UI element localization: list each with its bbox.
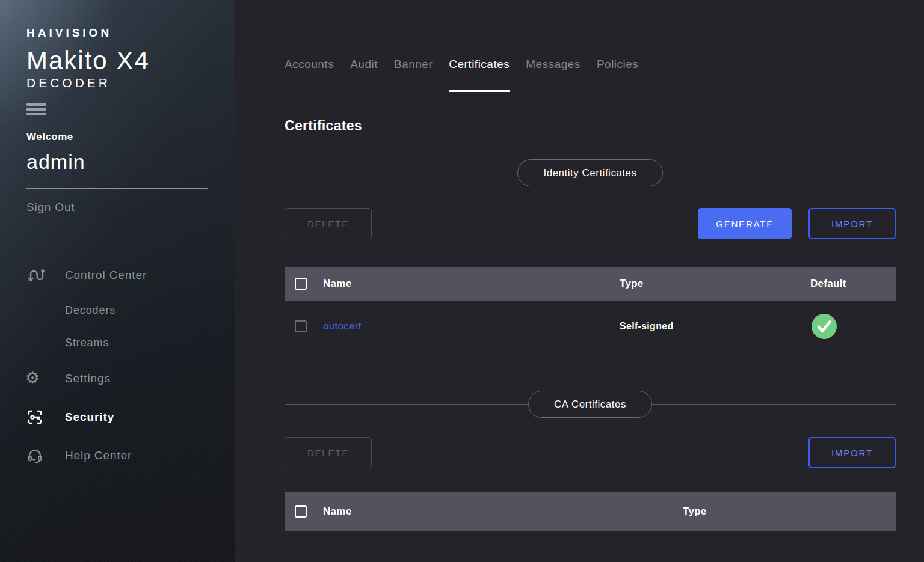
tab-certificates[interactable]: Certificates — [449, 58, 510, 92]
username: admin — [26, 150, 208, 174]
column-header-name: Name — [323, 278, 620, 290]
sidebar-item-settings[interactable]: ⚙ Settings — [26, 359, 208, 398]
table-row: autocert Self-signed — [285, 301, 896, 352]
sidebar-nav: Control Center Decoders Streams ⚙ Settin… — [26, 256, 208, 475]
sidebar-item-label: Control Center — [65, 269, 147, 282]
divider-line — [285, 173, 517, 173]
sidebar-item-security[interactable]: Security — [26, 398, 208, 436]
sidebar-item-label: Decoders — [65, 304, 116, 317]
tab-banner[interactable]: Banner — [394, 58, 433, 92]
divider-line — [285, 404, 528, 405]
delete-button[interactable]: DELETE — [285, 208, 372, 239]
haivision-logo: HAIVISION — [26, 26, 208, 40]
certificate-name-link[interactable]: autocert — [323, 320, 362, 332]
welcome-label: Welcome — [26, 131, 208, 143]
identity-certificates-table: Name Type Default autocert Self-signed — [285, 267, 896, 352]
identity-certificates-pill: Identity Certificates — [517, 159, 662, 186]
product-name: Makito X4 — [26, 48, 208, 73]
main-content: Accounts Audit Banner Certificates Messa… — [235, 0, 924, 562]
ca-certificates-pill: CA Certificates — [528, 391, 652, 418]
select-all-checkbox[interactable] — [295, 278, 307, 290]
column-header-type: Type — [683, 505, 896, 518]
default-check-icon — [812, 314, 837, 339]
page-title: Certificates — [285, 118, 896, 134]
identity-actions: DELETE GENERATE IMPORT — [285, 208, 896, 239]
ca-certificates-table: Name Type — [285, 492, 896, 531]
ca-select-all-checkbox[interactable] — [295, 505, 307, 518]
column-header-name: Name — [323, 505, 683, 518]
app-root: HAIVISION Makito X4 DECODER Welcome admi… — [0, 0, 924, 562]
sidebar-item-label: Settings — [65, 372, 111, 385]
tab-accounts[interactable]: Accounts — [285, 58, 334, 92]
gear-icon: ⚙ — [26, 370, 65, 386]
identity-certificates-divider: Identity Certificates — [285, 159, 896, 186]
divider-line — [663, 173, 896, 173]
product-subtitle: DECODER — [26, 76, 208, 90]
key-frame-icon — [26, 409, 65, 426]
row-checkbox[interactable] — [295, 320, 307, 332]
column-header-type: Type — [620, 278, 810, 290]
sign-out-link[interactable]: Sign Out — [26, 201, 208, 214]
table-header: Name Type — [285, 492, 896, 531]
ca-delete-button[interactable]: DELETE — [285, 437, 372, 468]
certificate-type: Self-signed — [620, 321, 810, 332]
sidebar-item-streams[interactable]: Streams — [26, 327, 208, 359]
tab-policies[interactable]: Policies — [597, 58, 638, 92]
tab-audit[interactable]: Audit — [350, 58, 378, 92]
divider-line — [652, 404, 896, 405]
column-header-default: Default — [810, 278, 896, 290]
sidebar: HAIVISION Makito X4 DECODER Welcome admi… — [0, 0, 235, 562]
generate-button[interactable]: GENERATE — [698, 208, 792, 239]
sidebar-item-help-center[interactable]: Help Center — [26, 436, 208, 475]
ca-import-button[interactable]: IMPORT — [808, 437, 896, 468]
sidebar-item-control-center[interactable]: Control Center — [26, 256, 208, 295]
sidebar-item-label: Security — [65, 411, 114, 424]
ca-certificates-divider: CA Certificates — [285, 391, 896, 418]
user-divider — [26, 188, 208, 189]
hamburger-menu-icon[interactable] — [26, 103, 46, 115]
headset-icon — [26, 447, 65, 464]
sidebar-item-decoders[interactable]: Decoders — [26, 295, 208, 327]
import-button[interactable]: IMPORT — [808, 208, 896, 239]
table-header: Name Type Default — [285, 267, 896, 301]
tab-messages[interactable]: Messages — [526, 58, 581, 92]
tab-bar: Accounts Audit Banner Certificates Messa… — [285, 58, 896, 91]
sidebar-item-label: Streams — [65, 337, 109, 349]
sidebar-item-label: Help Center — [65, 449, 132, 462]
ca-actions: DELETE IMPORT — [285, 437, 896, 468]
route-icon — [26, 267, 65, 284]
